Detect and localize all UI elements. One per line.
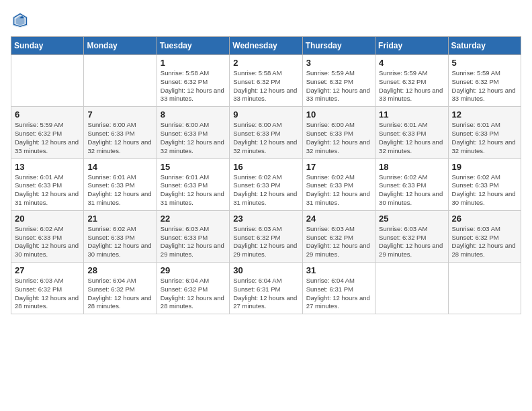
day-info: Sunrise: 5:59 AM Sunset: 6:32 PM Dayligh…: [452, 69, 517, 103]
weekday-header: Wednesday: [230, 37, 302, 55]
calendar-cell: 15Sunrise: 6:01 AM Sunset: 6:33 PM Dayli…: [157, 158, 229, 210]
day-number: 30: [233, 265, 298, 275]
calendar-cell: 17Sunrise: 6:02 AM Sunset: 6:33 PM Dayli…: [302, 158, 375, 210]
weekday-row: SundayMondayTuesdayWednesdayThursdayFrid…: [11, 37, 521, 55]
calendar-cell: 30Sunrise: 6:04 AM Sunset: 6:31 PM Dayli…: [230, 263, 302, 314]
day-info: Sunrise: 6:04 AM Sunset: 6:31 PM Dayligh…: [306, 277, 371, 311]
day-info: Sunrise: 6:00 AM Sunset: 6:33 PM Dayligh…: [306, 121, 371, 155]
day-info: Sunrise: 5:58 AM Sunset: 6:32 PM Dayligh…: [233, 69, 298, 103]
weekday-header: Saturday: [448, 37, 521, 55]
calendar-cell: 16Sunrise: 6:02 AM Sunset: 6:33 PM Dayli…: [230, 158, 302, 210]
day-info: Sunrise: 6:01 AM Sunset: 6:33 PM Dayligh…: [15, 173, 80, 208]
day-info: Sunrise: 6:03 AM Sunset: 6:33 PM Dayligh…: [161, 225, 226, 259]
day-number: 2: [233, 58, 298, 68]
day-number: 31: [306, 265, 371, 275]
day-number: 6: [15, 109, 80, 120]
day-info: Sunrise: 6:00 AM Sunset: 6:33 PM Dayligh…: [161, 121, 226, 155]
day-info: Sunrise: 6:03 AM Sunset: 6:32 PM Dayligh…: [15, 277, 80, 311]
day-number: 18: [379, 162, 444, 172]
day-number: 23: [233, 214, 298, 224]
day-info: Sunrise: 6:01 AM Sunset: 6:33 PM Dayligh…: [161, 173, 226, 208]
day-number: 3: [306, 58, 371, 68]
day-info: Sunrise: 5:59 AM Sunset: 6:32 PM Dayligh…: [15, 121, 80, 155]
calendar-cell: 28Sunrise: 6:04 AM Sunset: 6:32 PM Dayli…: [84, 263, 157, 314]
day-info: Sunrise: 6:03 AM Sunset: 6:32 PM Dayligh…: [233, 225, 298, 259]
calendar-cell: [375, 263, 448, 314]
day-number: 8: [161, 109, 226, 120]
calendar-cell: [448, 263, 521, 314]
day-info: Sunrise: 6:01 AM Sunset: 6:33 PM Dayligh…: [452, 121, 517, 155]
day-number: 10: [306, 109, 371, 120]
day-info: Sunrise: 6:02 AM Sunset: 6:33 PM Dayligh…: [379, 173, 444, 208]
calendar-week-row: 20Sunrise: 6:02 AM Sunset: 6:33 PM Dayli…: [11, 210, 521, 262]
calendar-cell: 18Sunrise: 6:02 AM Sunset: 6:33 PM Dayli…: [375, 158, 448, 210]
day-info: Sunrise: 6:04 AM Sunset: 6:32 PM Dayligh…: [161, 277, 226, 311]
calendar-week-row: 6Sunrise: 5:59 AM Sunset: 6:32 PM Daylig…: [11, 107, 521, 158]
weekday-header: Sunday: [11, 37, 84, 55]
calendar-cell: 4Sunrise: 5:59 AM Sunset: 6:32 PM Daylig…: [375, 55, 448, 107]
day-number: 11: [379, 109, 444, 120]
day-number: 27: [15, 265, 80, 275]
day-number: 9: [233, 109, 298, 120]
day-number: 17: [306, 162, 371, 172]
logo: [11, 11, 32, 30]
day-info: Sunrise: 6:03 AM Sunset: 6:32 PM Dayligh…: [306, 225, 371, 259]
day-info: Sunrise: 6:02 AM Sunset: 6:33 PM Dayligh…: [87, 225, 152, 259]
day-number: 29: [161, 265, 226, 275]
day-number: 21: [87, 214, 152, 224]
day-number: 7: [87, 109, 152, 120]
calendar-week-row: 27Sunrise: 6:03 AM Sunset: 6:32 PM Dayli…: [11, 263, 521, 314]
calendar-cell: 25Sunrise: 6:03 AM Sunset: 6:32 PM Dayli…: [375, 210, 448, 262]
day-number: 20: [15, 214, 80, 224]
day-number: 15: [161, 162, 226, 172]
page-header: [11, 11, 521, 30]
calendar-cell: 19Sunrise: 6:02 AM Sunset: 6:33 PM Dayli…: [448, 158, 521, 210]
day-info: Sunrise: 5:59 AM Sunset: 6:32 PM Dayligh…: [306, 69, 371, 103]
calendar-cell: 5Sunrise: 5:59 AM Sunset: 6:32 PM Daylig…: [448, 55, 521, 107]
day-info: Sunrise: 6:01 AM Sunset: 6:33 PM Dayligh…: [379, 121, 444, 155]
day-number: 24: [306, 214, 371, 224]
calendar-cell: 20Sunrise: 6:02 AM Sunset: 6:33 PM Dayli…: [11, 210, 84, 262]
day-number: 22: [161, 214, 226, 224]
calendar-cell: 24Sunrise: 6:03 AM Sunset: 6:32 PM Dayli…: [302, 210, 375, 262]
day-info: Sunrise: 6:02 AM Sunset: 6:33 PM Dayligh…: [452, 173, 517, 208]
day-number: 12: [452, 109, 517, 120]
day-number: 1: [161, 58, 226, 68]
calendar-cell: 21Sunrise: 6:02 AM Sunset: 6:33 PM Dayli…: [84, 210, 157, 262]
day-info: Sunrise: 6:02 AM Sunset: 6:33 PM Dayligh…: [233, 173, 298, 208]
day-number: 25: [379, 214, 444, 224]
day-info: Sunrise: 5:59 AM Sunset: 6:32 PM Dayligh…: [379, 69, 444, 103]
calendar-cell: 3Sunrise: 5:59 AM Sunset: 6:32 PM Daylig…: [302, 55, 375, 107]
day-info: Sunrise: 6:04 AM Sunset: 6:32 PM Dayligh…: [87, 277, 152, 311]
calendar-header: SundayMondayTuesdayWednesdayThursdayFrid…: [11, 37, 521, 55]
day-number: 26: [452, 214, 517, 224]
logo-icon: [11, 11, 30, 30]
day-info: Sunrise: 6:00 AM Sunset: 6:33 PM Dayligh…: [233, 121, 298, 155]
calendar-body: 1Sunrise: 5:58 AM Sunset: 6:32 PM Daylig…: [11, 55, 521, 314]
calendar-cell: 31Sunrise: 6:04 AM Sunset: 6:31 PM Dayli…: [302, 263, 375, 314]
calendar-cell: 22Sunrise: 6:03 AM Sunset: 6:33 PM Dayli…: [157, 210, 229, 262]
day-info: Sunrise: 6:01 AM Sunset: 6:33 PM Dayligh…: [87, 173, 152, 208]
calendar-cell: 2Sunrise: 5:58 AM Sunset: 6:32 PM Daylig…: [230, 55, 302, 107]
calendar-cell: 26Sunrise: 6:03 AM Sunset: 6:32 PM Dayli…: [448, 210, 521, 262]
calendar-week-row: 13Sunrise: 6:01 AM Sunset: 6:33 PM Dayli…: [11, 158, 521, 210]
day-number: 13: [15, 162, 80, 172]
day-number: 4: [379, 58, 444, 68]
calendar-table: SundayMondayTuesdayWednesdayThursdayFrid…: [11, 36, 521, 314]
weekday-header: Friday: [375, 37, 448, 55]
weekday-header: Tuesday: [157, 37, 229, 55]
weekday-header: Monday: [84, 37, 157, 55]
day-info: Sunrise: 6:02 AM Sunset: 6:33 PM Dayligh…: [15, 225, 80, 259]
calendar-cell: 1Sunrise: 5:58 AM Sunset: 6:32 PM Daylig…: [157, 55, 229, 107]
day-number: 16: [233, 162, 298, 172]
calendar-cell: 10Sunrise: 6:00 AM Sunset: 6:33 PM Dayli…: [302, 107, 375, 158]
calendar-cell: 7Sunrise: 6:00 AM Sunset: 6:33 PM Daylig…: [84, 107, 157, 158]
day-number: 14: [87, 162, 152, 172]
calendar-cell: 12Sunrise: 6:01 AM Sunset: 6:33 PM Dayli…: [448, 107, 521, 158]
calendar-week-row: 1Sunrise: 5:58 AM Sunset: 6:32 PM Daylig…: [11, 55, 521, 107]
calendar-cell: 29Sunrise: 6:04 AM Sunset: 6:32 PM Dayli…: [157, 263, 229, 314]
day-number: 19: [452, 162, 517, 172]
calendar-cell: 6Sunrise: 5:59 AM Sunset: 6:32 PM Daylig…: [11, 107, 84, 158]
calendar-cell: 14Sunrise: 6:01 AM Sunset: 6:33 PM Dayli…: [84, 158, 157, 210]
day-info: Sunrise: 6:03 AM Sunset: 6:32 PM Dayligh…: [452, 225, 517, 259]
